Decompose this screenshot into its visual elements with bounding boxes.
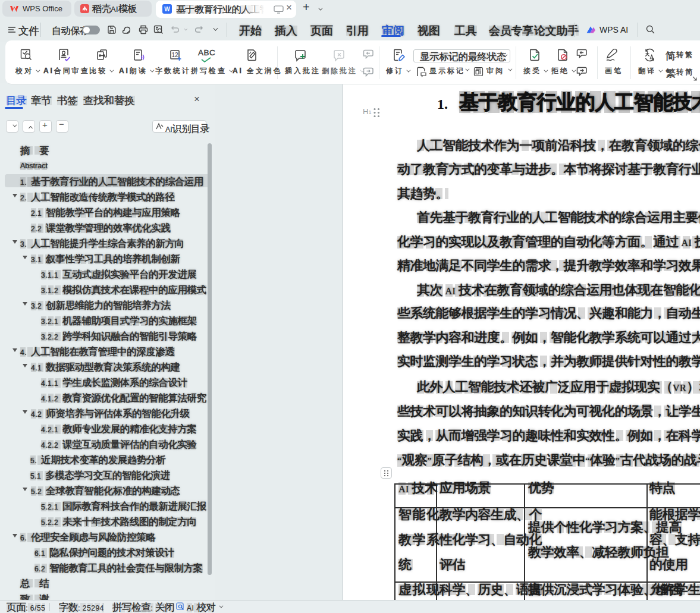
svg-text:W: W [164,6,170,12]
svg-text:12: 12 [171,52,178,58]
